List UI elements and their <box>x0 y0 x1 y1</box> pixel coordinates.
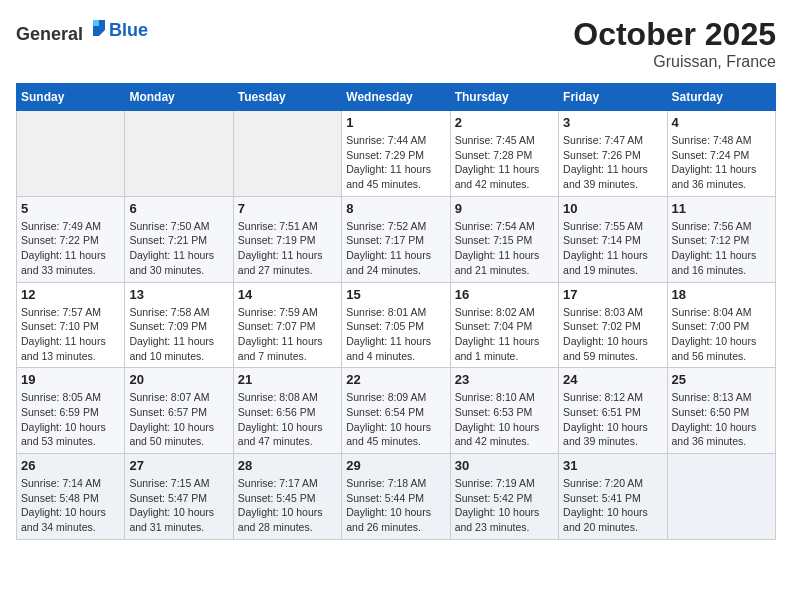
weekday-header: Wednesday <box>342 84 450 111</box>
calendar-cell: 10Sunrise: 7:55 AM Sunset: 7:14 PM Dayli… <box>559 196 667 282</box>
day-number: 28 <box>238 458 337 473</box>
day-info: Sunrise: 8:12 AM Sunset: 6:51 PM Dayligh… <box>563 390 662 449</box>
calendar-week-row: 26Sunrise: 7:14 AM Sunset: 5:48 PM Dayli… <box>17 454 776 540</box>
calendar-cell <box>125 111 233 197</box>
day-info: Sunrise: 7:18 AM Sunset: 5:44 PM Dayligh… <box>346 476 445 535</box>
day-info: Sunrise: 8:04 AM Sunset: 7:00 PM Dayligh… <box>672 305 771 364</box>
page-header: General Blue October 2025 Gruissan, Fran… <box>16 16 776 71</box>
calendar-cell: 14Sunrise: 7:59 AM Sunset: 7:07 PM Dayli… <box>233 282 341 368</box>
calendar-cell: 20Sunrise: 8:07 AM Sunset: 6:57 PM Dayli… <box>125 368 233 454</box>
day-number: 19 <box>21 372 120 387</box>
day-info: Sunrise: 7:59 AM Sunset: 7:07 PM Dayligh… <box>238 305 337 364</box>
svg-marker-1 <box>93 20 99 26</box>
day-number: 27 <box>129 458 228 473</box>
logo: General Blue <box>16 16 148 45</box>
calendar-cell: 17Sunrise: 8:03 AM Sunset: 7:02 PM Dayli… <box>559 282 667 368</box>
calendar-cell: 5Sunrise: 7:49 AM Sunset: 7:22 PM Daylig… <box>17 196 125 282</box>
calendar-cell: 25Sunrise: 8:13 AM Sunset: 6:50 PM Dayli… <box>667 368 775 454</box>
calendar-week-row: 5Sunrise: 7:49 AM Sunset: 7:22 PM Daylig… <box>17 196 776 282</box>
day-info: Sunrise: 7:56 AM Sunset: 7:12 PM Dayligh… <box>672 219 771 278</box>
calendar-cell <box>17 111 125 197</box>
calendar-cell: 28Sunrise: 7:17 AM Sunset: 5:45 PM Dayli… <box>233 454 341 540</box>
day-number: 31 <box>563 458 662 473</box>
day-number: 5 <box>21 201 120 216</box>
calendar-cell: 9Sunrise: 7:54 AM Sunset: 7:15 PM Daylig… <box>450 196 558 282</box>
day-info: Sunrise: 8:08 AM Sunset: 6:56 PM Dayligh… <box>238 390 337 449</box>
day-number: 21 <box>238 372 337 387</box>
calendar-cell: 21Sunrise: 8:08 AM Sunset: 6:56 PM Dayli… <box>233 368 341 454</box>
calendar-cell: 27Sunrise: 7:15 AM Sunset: 5:47 PM Dayli… <box>125 454 233 540</box>
day-number: 3 <box>563 115 662 130</box>
day-info: Sunrise: 7:47 AM Sunset: 7:26 PM Dayligh… <box>563 133 662 192</box>
day-info: Sunrise: 8:07 AM Sunset: 6:57 PM Dayligh… <box>129 390 228 449</box>
day-number: 20 <box>129 372 228 387</box>
calendar-cell: 3Sunrise: 7:47 AM Sunset: 7:26 PM Daylig… <box>559 111 667 197</box>
day-info: Sunrise: 8:01 AM Sunset: 7:05 PM Dayligh… <box>346 305 445 364</box>
day-number: 12 <box>21 287 120 302</box>
day-info: Sunrise: 8:03 AM Sunset: 7:02 PM Dayligh… <box>563 305 662 364</box>
weekday-header: Tuesday <box>233 84 341 111</box>
calendar-cell: 13Sunrise: 7:58 AM Sunset: 7:09 PM Dayli… <box>125 282 233 368</box>
weekday-header: Friday <box>559 84 667 111</box>
day-info: Sunrise: 7:14 AM Sunset: 5:48 PM Dayligh… <box>21 476 120 535</box>
day-number: 25 <box>672 372 771 387</box>
day-number: 10 <box>563 201 662 216</box>
day-number: 15 <box>346 287 445 302</box>
day-number: 17 <box>563 287 662 302</box>
day-info: Sunrise: 8:13 AM Sunset: 6:50 PM Dayligh… <box>672 390 771 449</box>
calendar-cell: 15Sunrise: 8:01 AM Sunset: 7:05 PM Dayli… <box>342 282 450 368</box>
weekday-header: Sunday <box>17 84 125 111</box>
day-number: 16 <box>455 287 554 302</box>
day-info: Sunrise: 7:20 AM Sunset: 5:41 PM Dayligh… <box>563 476 662 535</box>
logo-general: General <box>16 24 83 44</box>
day-number: 11 <box>672 201 771 216</box>
day-number: 14 <box>238 287 337 302</box>
day-info: Sunrise: 7:57 AM Sunset: 7:10 PM Dayligh… <box>21 305 120 364</box>
calendar-cell: 8Sunrise: 7:52 AM Sunset: 7:17 PM Daylig… <box>342 196 450 282</box>
day-number: 4 <box>672 115 771 130</box>
calendar-cell <box>233 111 341 197</box>
day-info: Sunrise: 7:19 AM Sunset: 5:42 PM Dayligh… <box>455 476 554 535</box>
logo-blue: Blue <box>109 20 148 40</box>
calendar-cell: 19Sunrise: 8:05 AM Sunset: 6:59 PM Dayli… <box>17 368 125 454</box>
day-info: Sunrise: 7:58 AM Sunset: 7:09 PM Dayligh… <box>129 305 228 364</box>
weekday-header-row: SundayMondayTuesdayWednesdayThursdayFrid… <box>17 84 776 111</box>
day-info: Sunrise: 8:10 AM Sunset: 6:53 PM Dayligh… <box>455 390 554 449</box>
calendar-cell: 6Sunrise: 7:50 AM Sunset: 7:21 PM Daylig… <box>125 196 233 282</box>
weekday-header: Saturday <box>667 84 775 111</box>
calendar-cell: 24Sunrise: 8:12 AM Sunset: 6:51 PM Dayli… <box>559 368 667 454</box>
location-subtitle: Gruissan, France <box>573 53 776 71</box>
calendar-table: SundayMondayTuesdayWednesdayThursdayFrid… <box>16 83 776 540</box>
day-info: Sunrise: 7:15 AM Sunset: 5:47 PM Dayligh… <box>129 476 228 535</box>
calendar-cell: 31Sunrise: 7:20 AM Sunset: 5:41 PM Dayli… <box>559 454 667 540</box>
calendar-cell: 11Sunrise: 7:56 AM Sunset: 7:12 PM Dayli… <box>667 196 775 282</box>
weekday-header: Thursday <box>450 84 558 111</box>
day-info: Sunrise: 7:49 AM Sunset: 7:22 PM Dayligh… <box>21 219 120 278</box>
calendar-cell: 23Sunrise: 8:10 AM Sunset: 6:53 PM Dayli… <box>450 368 558 454</box>
calendar-cell: 18Sunrise: 8:04 AM Sunset: 7:00 PM Dayli… <box>667 282 775 368</box>
calendar-week-row: 19Sunrise: 8:05 AM Sunset: 6:59 PM Dayli… <box>17 368 776 454</box>
calendar-week-row: 1Sunrise: 7:44 AM Sunset: 7:29 PM Daylig… <box>17 111 776 197</box>
day-info: Sunrise: 7:51 AM Sunset: 7:19 PM Dayligh… <box>238 219 337 278</box>
calendar-cell <box>667 454 775 540</box>
day-number: 6 <box>129 201 228 216</box>
month-title-block: October 2025 Gruissan, France <box>573 16 776 71</box>
calendar-cell: 1Sunrise: 7:44 AM Sunset: 7:29 PM Daylig… <box>342 111 450 197</box>
calendar-cell: 30Sunrise: 7:19 AM Sunset: 5:42 PM Dayli… <box>450 454 558 540</box>
calendar-week-row: 12Sunrise: 7:57 AM Sunset: 7:10 PM Dayli… <box>17 282 776 368</box>
day-info: Sunrise: 7:48 AM Sunset: 7:24 PM Dayligh… <box>672 133 771 192</box>
weekday-header: Monday <box>125 84 233 111</box>
day-number: 1 <box>346 115 445 130</box>
day-info: Sunrise: 7:44 AM Sunset: 7:29 PM Dayligh… <box>346 133 445 192</box>
day-info: Sunrise: 8:09 AM Sunset: 6:54 PM Dayligh… <box>346 390 445 449</box>
month-year-title: October 2025 <box>573 16 776 53</box>
calendar-cell: 7Sunrise: 7:51 AM Sunset: 7:19 PM Daylig… <box>233 196 341 282</box>
day-number: 29 <box>346 458 445 473</box>
day-info: Sunrise: 7:54 AM Sunset: 7:15 PM Dayligh… <box>455 219 554 278</box>
day-info: Sunrise: 8:02 AM Sunset: 7:04 PM Dayligh… <box>455 305 554 364</box>
day-info: Sunrise: 8:05 AM Sunset: 6:59 PM Dayligh… <box>21 390 120 449</box>
day-number: 8 <box>346 201 445 216</box>
day-info: Sunrise: 7:55 AM Sunset: 7:14 PM Dayligh… <box>563 219 662 278</box>
day-info: Sunrise: 7:50 AM Sunset: 7:21 PM Dayligh… <box>129 219 228 278</box>
calendar-cell: 4Sunrise: 7:48 AM Sunset: 7:24 PM Daylig… <box>667 111 775 197</box>
